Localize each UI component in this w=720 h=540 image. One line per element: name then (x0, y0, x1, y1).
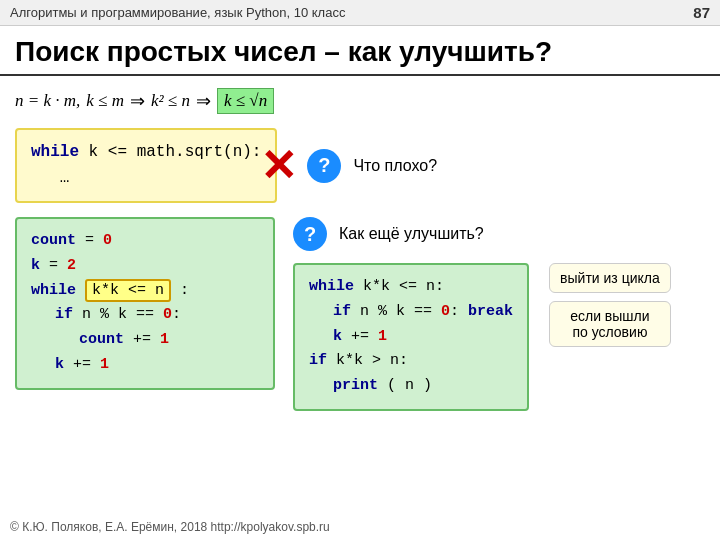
cb-while-rest: k*k <= n: (354, 278, 444, 295)
bottom-row: while k*k <= n: if n % k == 0: break k +… (293, 263, 705, 411)
right-col: ? Как ещё улучшить? while k*k <= n: if n… (293, 217, 705, 411)
cm-colon1: : (171, 282, 189, 299)
cb-if1-val: 0 (441, 303, 450, 320)
footer-text: © К.Ю. Поляков, Е.А. Ерёмин, 2018 http:/… (10, 520, 330, 534)
cb-line3: k += 1 (333, 325, 513, 350)
code-main-line4: if n % k == 0: (55, 303, 259, 328)
cb-print-kw: print (333, 377, 378, 394)
cm-if-val: 0 (163, 306, 172, 323)
cm-pe1: += (124, 331, 160, 348)
cm-eq1: = (76, 232, 103, 249)
question1-row: ? Что плохо? (307, 149, 437, 183)
row1: while k <= math.sqrt(n): … ✕ ? Что плохо… (15, 128, 705, 203)
code-main-line5: count += 1 (79, 328, 259, 353)
note2-line2: по условию (572, 324, 647, 340)
code-top-keyword: while (31, 143, 79, 161)
cm-eq2: = (40, 257, 67, 274)
red-x-icon: ✕ (260, 144, 297, 188)
page-title: Поиск простых чисел – как улучшить? (0, 26, 720, 76)
cm-k-label: k (31, 257, 40, 274)
cm-count-label: count (31, 232, 76, 249)
code-main-line3: while k*k <= n : (31, 279, 259, 304)
formula-part1: n = k · m, (15, 91, 80, 111)
cm-val1: 0 (103, 232, 112, 249)
main-content: n = k · m, k ≤ m ⇒ k² ≤ n ⇒ k ≤ √n while… (0, 86, 720, 411)
code-top-ellipsis: … (31, 169, 69, 187)
cm-if-rest: n % k == (73, 306, 163, 323)
code-top-wrapper: while k <= math.sqrt(n): … ✕ (15, 128, 277, 203)
question2-row: ? Как ещё улучшить? (293, 217, 705, 251)
cb-while-kw: while (309, 278, 354, 295)
question1-text: Что плохо? (353, 157, 437, 175)
cm-count2-val: 1 (160, 331, 169, 348)
cm-space1 (76, 282, 85, 299)
cb-k-label: k (333, 328, 342, 345)
cb-if1-colon: : (450, 303, 468, 320)
cm-k2-label: k (55, 356, 64, 373)
formula-part4: k ≤ √n (217, 88, 274, 114)
cm-if-kw: if (55, 306, 73, 323)
cb-k-pe: += (342, 328, 378, 345)
cm-val2: 2 (67, 257, 76, 274)
footer: © К.Ю. Поляков, Е.А. Ерёмин, 2018 http:/… (10, 520, 330, 534)
cb-line5: print ( n ) (333, 374, 513, 399)
row2: count = 0 k = 2 while k*k <= n : if n % … (15, 217, 705, 411)
header: Алгоритмы и программирование, язык Pytho… (0, 0, 720, 26)
cm-if-colon: : (172, 306, 181, 323)
cm-k2-val: 1 (100, 356, 109, 373)
cm-while-kw: while (31, 282, 76, 299)
code-block-top: while k <= math.sqrt(n): … (15, 128, 277, 203)
cb-k-val: 1 (378, 328, 387, 345)
formula-part2: k ≤ m (86, 91, 124, 111)
note1-text: выйти из цикла (560, 270, 660, 286)
note1-box: выйти из цикла (549, 263, 671, 293)
code-main-line2: k = 2 (31, 254, 259, 279)
code-main-line1: count = 0 (31, 229, 259, 254)
note2-box: если вышли по условию (549, 301, 671, 347)
cb-if2-kw: if (309, 352, 327, 369)
cb-line4: if k*k > n: (309, 349, 513, 374)
cb-if1-kw: if (333, 303, 351, 320)
cb-print-rest: ( n ) (378, 377, 432, 394)
question2-bubble: ? (293, 217, 327, 251)
cm-count2-label: count (79, 331, 124, 348)
cm-k2-highlight: k*k <= n (85, 279, 171, 302)
note2-line1: если вышли (570, 308, 649, 324)
formula-arrow2: ⇒ (196, 90, 211, 112)
code-block-bottom: while k*k <= n: if n % k == 0: break k +… (293, 263, 529, 411)
code-top-rest: k <= math.sqrt(n): (79, 143, 261, 161)
formula-arrow1: ⇒ (130, 90, 145, 112)
cb-line2: if n % k == 0: break (333, 300, 513, 325)
page-number: 87 (693, 4, 710, 21)
cb-if2-rest: k*k > n: (327, 352, 408, 369)
question2-icon: ? (304, 223, 316, 246)
formula: n = k · m, k ≤ m ⇒ k² ≤ n ⇒ k ≤ √n (15, 86, 705, 116)
cb-line1: while k*k <= n: (309, 275, 513, 300)
question1-bubble: ? (307, 149, 341, 183)
header-left: Алгоритмы и программирование, язык Pytho… (10, 5, 345, 20)
code-block-main: count = 0 k = 2 while k*k <= n : if n % … (15, 217, 275, 390)
code-main-line6: k += 1 (55, 353, 259, 378)
formula-part3: k² ≤ n (151, 91, 190, 111)
question1-icon: ? (318, 154, 330, 177)
cb-break-kw: break (468, 303, 513, 320)
cm-pe2: += (64, 356, 100, 373)
cb-if1-rest: n % k == (351, 303, 441, 320)
side-notes: выйти из цикла если вышли по условию (549, 263, 671, 347)
question2-text: Как ещё улучшить? (339, 225, 484, 243)
